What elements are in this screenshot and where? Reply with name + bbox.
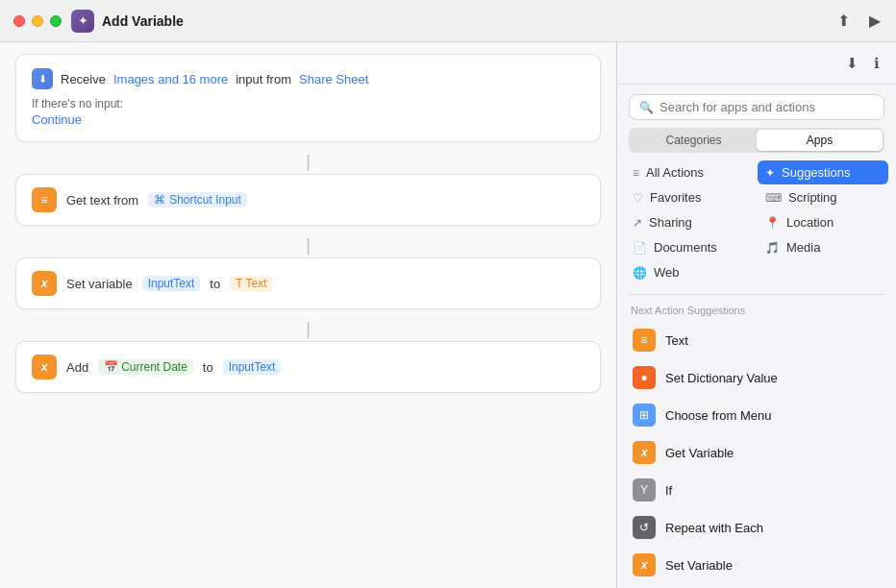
- text-var-icon: T: [236, 277, 242, 290]
- info-icon-button[interactable]: ℹ: [871, 52, 883, 75]
- connector2: |: [15, 235, 601, 256]
- traffic-lights: [13, 15, 62, 27]
- search-icon: 🔍: [639, 101, 654, 114]
- nav-suggestions[interactable]: ✦ Suggestions: [758, 160, 888, 184]
- search-input[interactable]: [660, 100, 874, 114]
- suggestion-choose-menu-label: Choose from Menu: [665, 408, 772, 423]
- inputtext-var[interactable]: InputText: [142, 276, 201, 291]
- suggestion-if[interactable]: Y If: [625, 472, 888, 508]
- suggestion-set-dict[interactable]: ● Set Dictionary Value: [625, 359, 888, 396]
- connector1: |: [15, 152, 601, 172]
- suggestion-text[interactable]: ≡ Text: [625, 322, 888, 358]
- nav-favorites-label: Favorites: [650, 190, 701, 205]
- add-icon: x: [32, 355, 57, 380]
- suggestion-repeat-icon: ↺: [633, 516, 656, 539]
- suggestion-choose-menu-icon: ⊞: [633, 404, 656, 427]
- nav-documents-label: Documents: [654, 240, 717, 255]
- apps-toggle[interactable]: Apps: [757, 130, 883, 151]
- nav-sharing-label: Sharing: [649, 215, 692, 230]
- shortcut-input-tag[interactable]: ⌘ Shortcut Input: [148, 192, 247, 208]
- nav-location-label: Location: [786, 215, 834, 230]
- workflow-canvas[interactable]: ⬇ Receive Images and 16 more input from …: [0, 42, 617, 588]
- suggestion-list: ≡ Text ● Set Dictionary Value ⊞ Choose f…: [617, 322, 896, 588]
- shortcut-input-label: Shortcut Input: [169, 193, 241, 207]
- get-text-icon: ≡: [32, 187, 57, 212]
- search-container: 🔍: [617, 85, 896, 128]
- nav-media-label: Media: [786, 240, 820, 255]
- favorites-icon: ♡: [633, 191, 643, 205]
- date-icon: 📅: [104, 360, 118, 374]
- suggestion-get-variable-icon: x: [633, 441, 656, 464]
- suggestions-icon: ✦: [765, 166, 775, 180]
- suggestion-set-variable[interactable]: x Set Variable: [625, 547, 888, 583]
- sidebar-nav: ≡ All Actions ♡ Favorites ↗ Sharing 📄 Do…: [617, 160, 896, 284]
- set-variable-icon: x: [32, 271, 57, 296]
- set-variable-label: Set variable: [66, 277, 133, 291]
- nav-col1: ≡ All Actions ♡ Favorites ↗ Sharing 📄 Do…: [625, 160, 756, 284]
- window-title: Add Variable: [102, 13, 835, 29]
- all-actions-icon: ≡: [633, 166, 639, 180]
- minimize-button[interactable]: [32, 15, 43, 27]
- nav-web-label: Web: [654, 265, 680, 280]
- toggle-row: Categories Apps: [629, 128, 884, 153]
- suggestion-url[interactable]: 🔗 URL: [625, 584, 888, 588]
- nav-documents[interactable]: 📄 Documents: [625, 235, 756, 259]
- nav-all-actions[interactable]: ≡ All Actions: [625, 160, 756, 184]
- scripting-icon: ⌨: [765, 191, 782, 205]
- suggestion-set-dict-label: Set Dictionary Value: [665, 371, 778, 385]
- current-date-tag[interactable]: 📅 Current Date: [98, 359, 193, 375]
- get-text-label: Get text from: [66, 193, 138, 208]
- suggestion-get-variable[interactable]: x Get Variable: [625, 434, 888, 471]
- nav-all-actions-label: All Actions: [646, 165, 704, 180]
- nav-web[interactable]: 🌐 Web: [625, 260, 756, 284]
- nav-suggestions-label: Suggestions: [782, 165, 851, 180]
- suggestion-text-label: Text: [665, 333, 688, 348]
- play-button[interactable]: ▶: [867, 10, 883, 32]
- documents-icon: 📄: [633, 241, 647, 255]
- set-variable-card: x Set variable InputText to T Text: [15, 257, 601, 309]
- add-to-label: to: [203, 360, 213, 375]
- location-icon: 📍: [765, 216, 780, 230]
- suggestion-get-variable-label: Get Variable: [665, 446, 734, 460]
- nav-location[interactable]: 📍 Location: [758, 210, 888, 234]
- nav-favorites[interactable]: ♡ Favorites: [625, 185, 756, 209]
- nav-sharing[interactable]: ↗ Sharing: [625, 210, 756, 234]
- suggestion-choose-menu[interactable]: ⊞ Choose from Menu: [625, 397, 888, 433]
- suggestion-if-label: If: [665, 483, 672, 498]
- nav-col2: ✦ Suggestions ⌨ Scripting 📍 Location 🎵 M…: [758, 160, 888, 284]
- download-icon-button[interactable]: ⬇: [843, 52, 861, 75]
- close-button[interactable]: [13, 15, 25, 27]
- set-variable-to: to: [210, 277, 220, 291]
- search-bar: 🔍: [629, 94, 884, 120]
- suggestion-if-icon: Y: [633, 478, 656, 502]
- share-button[interactable]: ⬆: [835, 10, 852, 32]
- inputtext-var2[interactable]: InputText: [223, 359, 282, 375]
- continue-link[interactable]: Continue: [32, 112, 82, 127]
- nav-scripting-label: Scripting: [788, 190, 837, 205]
- suggestion-set-variable-icon: x: [633, 553, 656, 576]
- web-icon: 🌐: [633, 266, 647, 280]
- titlebar-actions: ⬆ ▶: [835, 10, 883, 32]
- receive-icon: ⬇: [32, 68, 53, 89]
- suggestion-repeat-label: Repeat with Each: [665, 521, 763, 535]
- sharing-icon: ↗: [633, 216, 642, 230]
- get-text-card: ≡ Get text from ⌘ Shortcut Input: [15, 174, 601, 226]
- fullscreen-button[interactable]: [50, 15, 62, 27]
- right-panel-header: ⬇ ℹ: [617, 42, 896, 85]
- receive-images-link[interactable]: Images and 16 more: [113, 72, 228, 86]
- receive-sharesheet-link[interactable]: Share Sheet: [299, 72, 368, 86]
- main-container: ⬇ Receive Images and 16 more input from …: [0, 42, 896, 588]
- receive-text1: Receive: [61, 72, 106, 86]
- suggestion-text-icon: ≡: [633, 329, 656, 352]
- app-icon: ✦: [71, 10, 94, 33]
- titlebar: ✦ Add Variable ⬆ ▶: [0, 0, 896, 42]
- actions-panel: ⬇ ℹ 🔍 Categories Apps ≡ All Actions ♡: [617, 42, 896, 588]
- add-card: x Add 📅 Current Date to InputText: [15, 341, 601, 393]
- nav-media[interactable]: 🎵 Media: [758, 235, 888, 259]
- text-var[interactable]: T Text: [230, 276, 272, 291]
- suggestion-repeat[interactable]: ↺ Repeat with Each: [625, 509, 888, 546]
- suggestions-section-label: Next Action Suggestions: [617, 301, 896, 322]
- shortcut-input-icon: ⌘: [154, 193, 165, 207]
- categories-toggle[interactable]: Categories: [631, 130, 757, 151]
- nav-scripting[interactable]: ⌨ Scripting: [758, 185, 888, 209]
